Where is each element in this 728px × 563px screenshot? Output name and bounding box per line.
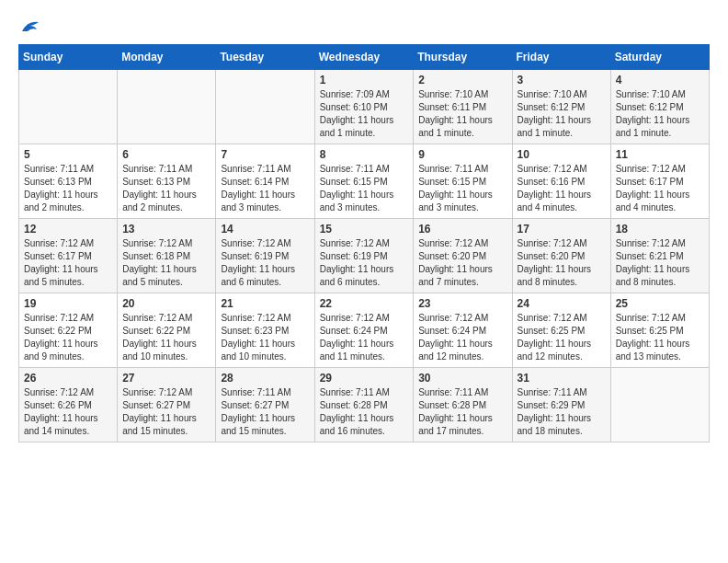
day-number-1: 1 <box>320 74 409 86</box>
day-2: 2Sunrise: 7:10 AMSunset: 6:11 PMDaylight… <box>414 70 512 144</box>
day-info-19: Sunrise: 7:12 AMSunset: 6:22 PMDaylight:… <box>24 312 112 363</box>
empty-cell <box>610 368 709 442</box>
day-info-23: Sunrise: 7:12 AMSunset: 6:24 PMDaylight:… <box>418 312 506 363</box>
week-row-3: 12Sunrise: 7:12 AMSunset: 6:17 PMDayligh… <box>19 219 710 293</box>
calendar-table: SundayMondayTuesdayWednesdayThursdayFrid… <box>18 44 710 442</box>
day-3: 3Sunrise: 7:10 AMSunset: 6:12 PMDaylight… <box>512 70 610 144</box>
day-21: 21Sunrise: 7:12 AMSunset: 6:23 PMDayligh… <box>216 293 314 368</box>
day-14: 14Sunrise: 7:12 AMSunset: 6:19 PMDayligh… <box>216 219 314 293</box>
header-sunday: Sunday <box>19 45 118 70</box>
day-number-31: 31 <box>518 372 606 385</box>
day-info-17: Sunrise: 7:12 AMSunset: 6:20 PMDaylight:… <box>518 237 606 289</box>
day-8: 8Sunrise: 7:11 AMSunset: 6:15 PMDaylight… <box>314 144 414 219</box>
day-number-15: 15 <box>320 223 409 236</box>
day-30: 30Sunrise: 7:11 AMSunset: 6:28 PMDayligh… <box>414 368 512 442</box>
day-number-22: 22 <box>320 297 409 310</box>
day-info-25: Sunrise: 7:12 AMSunset: 6:25 PMDaylight:… <box>616 312 704 363</box>
day-info-8: Sunrise: 7:11 AMSunset: 6:15 PMDaylight:… <box>320 163 409 214</box>
header-tuesday: Tuesday <box>216 45 314 70</box>
day-number-11: 11 <box>616 148 704 161</box>
day-number-6: 6 <box>122 148 210 161</box>
header-saturday: Saturday <box>610 45 709 70</box>
day-5: 5Sunrise: 7:11 AMSunset: 6:13 PMDaylight… <box>19 144 118 219</box>
day-4: 4Sunrise: 7:10 AMSunset: 6:12 PMDaylight… <box>610 70 709 144</box>
day-number-24: 24 <box>518 297 606 310</box>
day-info-4: Sunrise: 7:10 AMSunset: 6:12 PMDaylight:… <box>616 88 704 140</box>
day-info-20: Sunrise: 7:12 AMSunset: 6:22 PMDaylight:… <box>122 312 210 363</box>
week-row-4: 19Sunrise: 7:12 AMSunset: 6:22 PMDayligh… <box>19 293 710 368</box>
week-row-1: 1Sunrise: 7:09 AMSunset: 6:10 PMDaylight… <box>19 70 710 144</box>
day-number-20: 20 <box>122 297 210 310</box>
day-number-10: 10 <box>518 148 606 161</box>
empty-cell <box>19 70 118 144</box>
day-number-29: 29 <box>320 372 409 385</box>
day-number-28: 28 <box>221 372 309 385</box>
day-info-12: Sunrise: 7:12 AMSunset: 6:17 PMDaylight:… <box>24 237 112 289</box>
day-1: 1Sunrise: 7:09 AMSunset: 6:10 PMDaylight… <box>314 70 414 144</box>
header-thursday: Thursday <box>414 45 512 70</box>
day-info-26: Sunrise: 7:12 AMSunset: 6:26 PMDaylight:… <box>24 386 112 438</box>
day-24: 24Sunrise: 7:12 AMSunset: 6:25 PMDayligh… <box>512 293 610 368</box>
week-row-2: 5Sunrise: 7:11 AMSunset: 6:13 PMDaylight… <box>19 144 710 219</box>
day-number-9: 9 <box>418 148 506 161</box>
day-info-9: Sunrise: 7:11 AMSunset: 6:15 PMDaylight:… <box>418 163 506 214</box>
day-number-14: 14 <box>221 223 309 236</box>
day-number-30: 30 <box>418 372 506 385</box>
day-11: 11Sunrise: 7:12 AMSunset: 6:17 PMDayligh… <box>610 144 709 219</box>
day-26: 26Sunrise: 7:12 AMSunset: 6:26 PMDayligh… <box>19 368 118 442</box>
day-info-5: Sunrise: 7:11 AMSunset: 6:13 PMDaylight:… <box>24 163 112 214</box>
day-25: 25Sunrise: 7:12 AMSunset: 6:25 PMDayligh… <box>610 293 709 368</box>
day-27: 27Sunrise: 7:12 AMSunset: 6:27 PMDayligh… <box>118 368 216 442</box>
day-6: 6Sunrise: 7:11 AMSunset: 6:13 PMDaylight… <box>118 144 216 219</box>
header-friday: Friday <box>512 45 610 70</box>
day-19: 19Sunrise: 7:12 AMSunset: 6:22 PMDayligh… <box>19 293 118 368</box>
day-number-21: 21 <box>221 297 309 310</box>
day-20: 20Sunrise: 7:12 AMSunset: 6:22 PMDayligh… <box>118 293 216 368</box>
day-number-25: 25 <box>616 297 704 310</box>
day-info-7: Sunrise: 7:11 AMSunset: 6:14 PMDaylight:… <box>221 163 309 214</box>
day-info-13: Sunrise: 7:12 AMSunset: 6:18 PMDaylight:… <box>122 237 210 289</box>
day-info-2: Sunrise: 7:10 AMSunset: 6:11 PMDaylight:… <box>418 88 506 140</box>
day-18: 18Sunrise: 7:12 AMSunset: 6:21 PMDayligh… <box>610 219 709 293</box>
day-number-27: 27 <box>122 372 210 385</box>
logo-bird-icon <box>20 18 40 35</box>
day-15: 15Sunrise: 7:12 AMSunset: 6:19 PMDayligh… <box>314 219 414 293</box>
logo <box>18 18 40 29</box>
day-number-8: 8 <box>320 148 409 161</box>
day-info-18: Sunrise: 7:12 AMSunset: 6:21 PMDaylight:… <box>616 237 704 289</box>
day-info-10: Sunrise: 7:12 AMSunset: 6:16 PMDaylight:… <box>518 163 606 214</box>
page-header <box>18 18 710 29</box>
calendar-header-row: SundayMondayTuesdayWednesdayThursdayFrid… <box>19 45 710 70</box>
day-info-11: Sunrise: 7:12 AMSunset: 6:17 PMDaylight:… <box>616 163 704 214</box>
day-number-4: 4 <box>616 74 704 86</box>
day-info-28: Sunrise: 7:11 AMSunset: 6:27 PMDaylight:… <box>221 386 309 438</box>
day-number-26: 26 <box>24 372 112 385</box>
day-number-23: 23 <box>418 297 506 310</box>
day-number-18: 18 <box>616 223 704 236</box>
day-7: 7Sunrise: 7:11 AMSunset: 6:14 PMDaylight… <box>216 144 314 219</box>
day-info-21: Sunrise: 7:12 AMSunset: 6:23 PMDaylight:… <box>221 312 309 363</box>
day-12: 12Sunrise: 7:12 AMSunset: 6:17 PMDayligh… <box>19 219 118 293</box>
day-info-14: Sunrise: 7:12 AMSunset: 6:19 PMDaylight:… <box>221 237 309 289</box>
header-wednesday: Wednesday <box>314 45 414 70</box>
day-29: 29Sunrise: 7:11 AMSunset: 6:28 PMDayligh… <box>314 368 414 442</box>
day-info-3: Sunrise: 7:10 AMSunset: 6:12 PMDaylight:… <box>518 88 606 140</box>
day-info-31: Sunrise: 7:11 AMSunset: 6:29 PMDaylight:… <box>518 386 606 438</box>
day-info-16: Sunrise: 7:12 AMSunset: 6:20 PMDaylight:… <box>418 237 506 289</box>
day-number-19: 19 <box>24 297 112 310</box>
day-28: 28Sunrise: 7:11 AMSunset: 6:27 PMDayligh… <box>216 368 314 442</box>
day-number-2: 2 <box>418 74 506 86</box>
day-17: 17Sunrise: 7:12 AMSunset: 6:20 PMDayligh… <box>512 219 610 293</box>
day-16: 16Sunrise: 7:12 AMSunset: 6:20 PMDayligh… <box>414 219 512 293</box>
day-info-30: Sunrise: 7:11 AMSunset: 6:28 PMDaylight:… <box>418 386 506 438</box>
day-22: 22Sunrise: 7:12 AMSunset: 6:24 PMDayligh… <box>314 293 414 368</box>
day-9: 9Sunrise: 7:11 AMSunset: 6:15 PMDaylight… <box>414 144 512 219</box>
day-number-3: 3 <box>518 74 606 86</box>
header-monday: Monday <box>118 45 216 70</box>
day-info-15: Sunrise: 7:12 AMSunset: 6:19 PMDaylight:… <box>320 237 409 289</box>
day-13: 13Sunrise: 7:12 AMSunset: 6:18 PMDayligh… <box>118 219 216 293</box>
day-number-13: 13 <box>122 223 210 236</box>
empty-cell <box>216 70 314 144</box>
day-number-17: 17 <box>518 223 606 236</box>
day-info-6: Sunrise: 7:11 AMSunset: 6:13 PMDaylight:… <box>122 163 210 214</box>
